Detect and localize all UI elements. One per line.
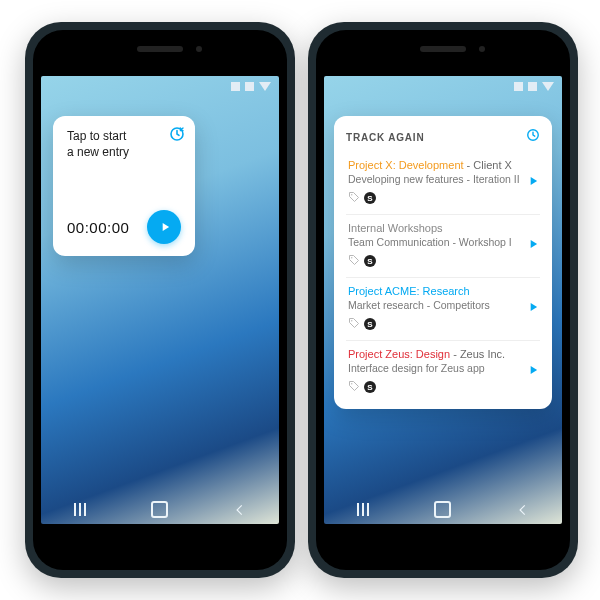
nav-home-button[interactable] bbox=[151, 501, 168, 518]
entry-chips: S bbox=[348, 189, 520, 207]
billable-icon: S bbox=[364, 318, 376, 330]
entry-chips: S bbox=[348, 378, 520, 396]
entry-chips: S bbox=[348, 315, 520, 333]
time-entry[interactable]: Internal WorkshopsTeam Communication - W… bbox=[346, 214, 540, 277]
status-icon bbox=[542, 82, 554, 91]
clockify-logo-icon bbox=[169, 126, 185, 146]
start-entry-button[interactable] bbox=[526, 174, 540, 192]
tag-icon bbox=[348, 189, 360, 207]
phone-frame-right: TRACK AGAIN Project X: Development - Cli… bbox=[308, 22, 578, 578]
android-navbar bbox=[324, 501, 562, 518]
svg-point-3 bbox=[351, 257, 352, 258]
prompt-line: Tap to start bbox=[67, 128, 181, 144]
start-entry-button[interactable] bbox=[526, 363, 540, 381]
time-entry[interactable]: Project X: Development - Client XDevelop… bbox=[346, 152, 540, 214]
nav-recent-button[interactable] bbox=[357, 503, 369, 516]
phone-camera bbox=[196, 46, 202, 52]
widget-title: TRACK AGAIN bbox=[346, 132, 424, 143]
entry-title: Project X: Development - Client X bbox=[348, 159, 520, 171]
status-icon bbox=[528, 82, 537, 91]
svg-point-2 bbox=[351, 194, 352, 195]
widget-new-entry[interactable]: Tap to start a new entry 00:00:00 bbox=[53, 116, 195, 256]
project-name: Project X: Development bbox=[348, 159, 464, 171]
time-entry[interactable]: Project Zeus: Design - Zeus Inc.Interfac… bbox=[346, 340, 540, 403]
status-icon bbox=[514, 82, 523, 91]
phone-screen-left: Tap to start a new entry 00:00:00 bbox=[41, 76, 279, 524]
client-name: - Zeus Inc. bbox=[450, 348, 505, 360]
tag-icon bbox=[348, 378, 360, 396]
time-entry[interactable]: Project ACME: ResearchMarket research - … bbox=[346, 277, 540, 340]
entry-title: Project Zeus: Design - Zeus Inc. bbox=[348, 348, 520, 360]
project-name: Project Zeus: Design bbox=[348, 348, 450, 360]
new-entry-prompt: Tap to start a new entry bbox=[67, 128, 181, 160]
start-entry-button[interactable] bbox=[526, 300, 540, 318]
project-name: Internal Workshops bbox=[348, 222, 443, 234]
phone-camera bbox=[479, 46, 485, 52]
clockify-logo-icon bbox=[526, 128, 540, 146]
phone-frame-left: Tap to start a new entry 00:00:00 bbox=[25, 22, 295, 578]
phone-screen-right: TRACK AGAIN Project X: Development - Cli… bbox=[324, 76, 562, 524]
svg-point-4 bbox=[351, 320, 352, 321]
entry-description: Team Communication - Workshop I bbox=[348, 236, 520, 248]
status-icon bbox=[231, 82, 240, 91]
billable-icon: S bbox=[364, 255, 376, 267]
entry-title: Internal Workshops bbox=[348, 222, 520, 234]
nav-home-button[interactable] bbox=[434, 501, 451, 518]
phone-speaker bbox=[420, 46, 466, 52]
android-navbar bbox=[41, 501, 279, 518]
entry-chips: S bbox=[348, 252, 520, 270]
start-entry-button[interactable] bbox=[526, 237, 540, 255]
status-bar bbox=[231, 82, 271, 91]
widget-track-again: TRACK AGAIN Project X: Development - Cli… bbox=[334, 116, 552, 409]
status-icon bbox=[259, 82, 271, 91]
play-button[interactable] bbox=[147, 210, 181, 244]
nav-back-button[interactable] bbox=[233, 503, 247, 517]
tag-icon bbox=[348, 252, 360, 270]
entry-title: Project ACME: Research bbox=[348, 285, 520, 297]
nav-back-button[interactable] bbox=[516, 503, 530, 517]
billable-icon: S bbox=[364, 381, 376, 393]
play-icon bbox=[158, 220, 172, 234]
svg-point-5 bbox=[351, 383, 352, 384]
billable-icon: S bbox=[364, 192, 376, 204]
timer-readout: 00:00:00 bbox=[67, 219, 129, 236]
phone-speaker bbox=[137, 46, 183, 52]
client-name: - Client X bbox=[464, 159, 512, 171]
entry-description: Interface design for Zeus app bbox=[348, 362, 520, 374]
project-name: Project ACME: Research bbox=[348, 285, 470, 297]
status-bar bbox=[514, 82, 554, 91]
entry-description: Market research - Competitors bbox=[348, 299, 520, 311]
prompt-line: a new entry bbox=[67, 144, 181, 160]
nav-recent-button[interactable] bbox=[74, 503, 86, 516]
entry-description: Developing new features - Iteration II bbox=[348, 173, 520, 185]
tag-icon bbox=[348, 315, 360, 333]
status-icon bbox=[245, 82, 254, 91]
